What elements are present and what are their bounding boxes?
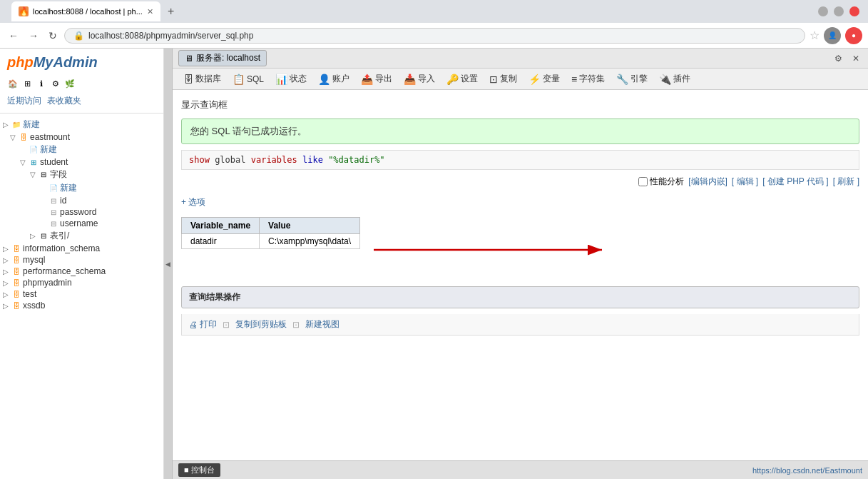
console-button[interactable]: ■ 控制台 xyxy=(178,463,220,477)
success-bar: 您的 SQL 语句已成功运行。 xyxy=(181,119,859,144)
settings-icon2[interactable]: ⚙ xyxy=(50,78,61,89)
tree-label: mysql xyxy=(23,255,45,265)
db-icon: 🗄 xyxy=(11,301,21,311)
topbar-close-btn[interactable]: ✕ xyxy=(849,52,862,65)
options-row: + 选项 xyxy=(181,193,859,211)
tree-label: 新建 xyxy=(60,182,77,194)
tree-table-student[interactable]: ▽ ⊞ student xyxy=(0,156,163,168)
fav-link[interactable]: 表收藏夹 xyxy=(47,95,81,107)
expand-icon: ▷ xyxy=(30,232,37,240)
tab-favicon: 🔥 xyxy=(19,6,29,16)
tree-db-information-schema[interactable]: ▷ 🗄 information_schema xyxy=(0,243,163,254)
reload-button[interactable]: ↻ xyxy=(46,29,60,43)
toolbar-export[interactable]: 📤 导出 xyxy=(356,71,397,87)
expand-icon: ▷ xyxy=(3,291,10,298)
toolbar-charset[interactable]: ≡ 字符集 xyxy=(566,71,610,87)
new-table-icon: 📄 xyxy=(29,145,39,155)
toolbar-sql[interactable]: 📋 SQL xyxy=(228,71,269,87)
tree-db-phpmyadmin[interactable]: ▷ 🗄 phpmyadmin xyxy=(0,277,163,288)
toolbar-plugins[interactable]: 🔌 插件 xyxy=(654,71,695,87)
tree-new-field[interactable]: 📄 新建 xyxy=(0,181,163,195)
options-link[interactable]: + 选项 xyxy=(181,196,205,208)
perf-link-edit[interactable]: [ 编辑 ] xyxy=(732,176,758,188)
cell-value: C:\xampp\mysql\data\ xyxy=(260,234,360,249)
query-results-label: 查询结果操作 xyxy=(189,292,240,302)
tree-db-xssdb[interactable]: ▷ 🗄 xssdb xyxy=(0,300,163,311)
home-icon[interactable]: 🏠 xyxy=(7,78,19,89)
tree-field-username[interactable]: ⊟ username xyxy=(0,218,163,229)
page-title: 显示查询框 xyxy=(181,96,859,114)
sidebar-collapse-handle[interactable]: ◀ xyxy=(164,49,173,479)
query-results-section: 查询结果操作 xyxy=(181,286,859,308)
new-tab-button[interactable]: + xyxy=(163,4,178,19)
sql-code-block: show global variables like "%datadir%" xyxy=(181,150,859,170)
toolbar-export-label: 导出 xyxy=(375,73,392,85)
info-icon[interactable]: ℹ xyxy=(36,78,47,89)
perf-link-php[interactable]: [ 创建 PHP 代码 ] xyxy=(762,176,828,188)
newview-link[interactable]: 新建视图 xyxy=(305,318,339,331)
col-header-value: Value xyxy=(260,218,360,234)
tree-field-password[interactable]: ⊟ password xyxy=(0,206,163,218)
window-close[interactable] xyxy=(849,6,859,16)
perf-link-refresh[interactable]: [ 刷新 ] xyxy=(833,176,859,188)
expand-icon: ▷ xyxy=(3,256,10,264)
recent-link[interactable]: 近期访问 xyxy=(7,95,41,107)
toolbar: 🗄 数据库 📋 SQL 📊 状态 👤 账户 📤 导出 📥 导入 xyxy=(173,69,868,90)
tree-db-performance-schema[interactable]: ▷ 🗄 performance_schema xyxy=(0,266,163,277)
tab-close-btn[interactable]: ✕ xyxy=(147,7,153,16)
print-link[interactable]: 🖨 打印 xyxy=(189,318,217,331)
tree-field-id[interactable]: ⊟ id xyxy=(0,195,163,206)
toolbar-accounts[interactable]: 👤 账户 xyxy=(313,71,354,87)
database-tree: ▷ 📁 新建 ▽ 🗄 eastmount 📄 新建 ▽ ⊞ student xyxy=(0,115,163,314)
export-icon: 📤 xyxy=(361,74,373,85)
inner-content: 显示查询框 您的 SQL 语句已成功运行。 show global variab… xyxy=(173,90,868,460)
toolbar-database[interactable]: 🗄 数据库 xyxy=(178,71,226,87)
toolbar-settings[interactable]: 🔑 设置 xyxy=(441,71,483,87)
back-button[interactable]: ← xyxy=(6,29,21,43)
profile-button[interactable]: 👤 xyxy=(824,27,841,44)
toolbar-status[interactable]: 📊 状态 xyxy=(270,71,312,87)
window-maximize[interactable] xyxy=(834,6,844,16)
bookmark-button[interactable]: ☆ xyxy=(810,29,820,42)
window-minimize[interactable] xyxy=(818,6,828,16)
copy-link[interactable]: 复制到剪贴板 xyxy=(235,318,287,331)
toolbar-import[interactable]: 📥 导入 xyxy=(399,71,440,87)
address-box[interactable]: 🔒 localhost:8088/phpmyadmin/server_sql.p… xyxy=(64,28,805,44)
grid-icon[interactable]: ⊞ xyxy=(21,78,33,89)
accounts-icon: 👤 xyxy=(318,74,330,85)
perf-checkbox[interactable] xyxy=(638,177,648,186)
extension-button[interactable]: ● xyxy=(845,27,862,44)
footer: ■ 控制台 https://blog.csdn.net/Eastmount xyxy=(173,460,868,479)
toolbar-variables[interactable]: ⚡ 变量 xyxy=(524,71,565,87)
perf-link-inline[interactable]: [编辑内嵌] xyxy=(688,176,727,188)
topbar-settings-btn[interactable]: ⚙ xyxy=(832,52,845,65)
tree-label: student xyxy=(40,157,68,167)
tree-db-test[interactable]: ▷ 🗄 test xyxy=(0,288,163,300)
copy-label: 复制到剪贴板 xyxy=(235,318,287,331)
db-icon: 🗄 xyxy=(11,266,21,276)
tab-title: localhost:8088 / localhost | ph... xyxy=(33,7,143,16)
server-tab[interactable]: 🖥 服务器: localhost xyxy=(178,50,267,66)
leaf-icon[interactable]: 🌿 xyxy=(64,78,76,89)
tree-label: information_schema xyxy=(23,243,100,253)
browser-tab[interactable]: 🔥 localhost:8088 / localhost | ph... ✕ xyxy=(11,1,160,21)
status-icon: 📊 xyxy=(275,74,287,85)
footer-url: https://blog.csdn.net/Eastmount xyxy=(752,466,862,475)
perf-checkbox-label[interactable]: 性能分析 xyxy=(638,176,684,188)
tree-fields-folder[interactable]: ▽ ⊟ 字段 xyxy=(0,168,163,181)
index-icon: ⊟ xyxy=(39,231,48,241)
forward-button[interactable]: → xyxy=(26,29,41,43)
pma-icon-row: 🏠 ⊞ ℹ ⚙ 🌿 xyxy=(0,76,163,94)
toolbar-replicate[interactable]: ⊡ 复制 xyxy=(484,71,522,87)
field-icon: ⊟ xyxy=(48,218,58,228)
toolbar-database-label: 数据库 xyxy=(195,73,221,85)
toolbar-settings-label: 设置 xyxy=(461,73,478,85)
toolbar-engines[interactable]: 🔧 引擎 xyxy=(611,71,653,87)
footer-link: https://blog.csdn.net/Eastmount xyxy=(752,466,862,475)
tree-db-eastmount[interactable]: ▽ 🗄 eastmount xyxy=(0,131,163,143)
tree-new-top[interactable]: ▷ 📁 新建 xyxy=(0,118,163,131)
charset-icon: ≡ xyxy=(571,74,577,85)
tree-indexes-folder[interactable]: ▷ ⊟ 表引/ xyxy=(0,229,163,243)
tree-db-mysql[interactable]: ▷ 🗄 mysql xyxy=(0,254,163,266)
tree-new-eastmount[interactable]: 📄 新建 xyxy=(0,143,163,156)
